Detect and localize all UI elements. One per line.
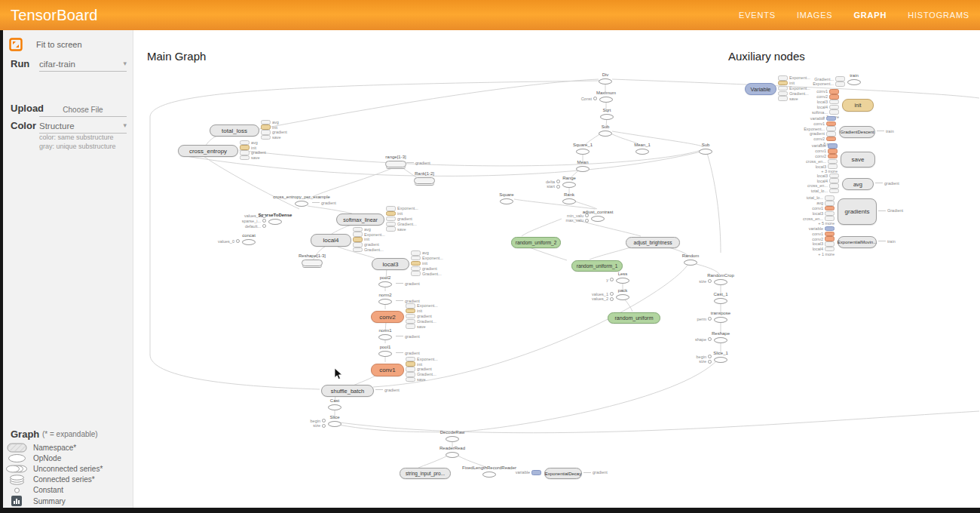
legend-item: Connected series* <box>0 475 133 485</box>
graph-node-random[interactable]: Random <box>649 253 732 266</box>
node-annotation: Exponent... <box>353 232 385 237</box>
legend-item-label: OpNode <box>33 454 61 462</box>
op-node-label: Mean <box>541 160 624 165</box>
unconnected-series-icon <box>0 464 33 474</box>
const-input: values_1 <box>588 291 614 296</box>
graph-node-mean[interactable]: Mean <box>541 160 624 172</box>
op-node-shape <box>328 421 341 427</box>
graph-node-conv2[interactable]: conv2 <box>371 311 404 323</box>
op-node-label: norm1 <box>344 328 427 333</box>
graph-canvas[interactable]: total_lossavginitgradientsavecross_entro… <box>0 0 980 513</box>
graph-node-square[interactable]: Square <box>465 192 548 204</box>
node-annotation: Exponent... <box>386 206 418 211</box>
graph-node-random-uniform-2[interactable]: random_uniform_2 <box>511 237 561 248</box>
op-node-label: Rank[1-2] <box>383 171 466 177</box>
node-annotation: local3 <box>798 210 835 216</box>
graph-node-rank-1-2[interactable]: Rank[1-2] <box>383 171 466 184</box>
graph-node-gradientdescent[interactable]: GradientDescent <box>839 126 875 138</box>
graph-node-softmax-linear[interactable]: softmax_linear <box>336 213 384 226</box>
graph-node-exponentialdecay[interactable]: ExponentialDecay <box>544 468 582 479</box>
tab-images[interactable]: IMAGES <box>797 11 833 20</box>
node-annotation: Gradient... <box>353 247 385 253</box>
op-node-shape <box>378 299 392 305</box>
node-annotation: avg <box>353 227 385 232</box>
const-input: perm <box>686 317 712 322</box>
graph-node-string-input-pro[interactable]: string_input_pro... <box>400 468 451 479</box>
main-graph-title: Main Graph <box>147 50 206 63</box>
node-annotation: variable <box>800 116 836 121</box>
graph-node-cast[interactable]: Cast <box>293 398 376 410</box>
node-output-label: train <box>878 239 896 244</box>
graph-node-save[interactable]: save <box>841 152 875 167</box>
tab-graph[interactable]: GRAPH <box>854 11 887 20</box>
tab-bar: EVENTSIMAGESGRAPHHISTOGRAMS <box>739 0 969 30</box>
node-annotation: local4 <box>803 104 839 109</box>
graph-node-readerread[interactable]: ReaderRead <box>411 446 494 458</box>
node-output-label: gradient <box>583 470 608 475</box>
graph-node-random-uniform-1[interactable]: random_uniform_1 <box>571 260 623 272</box>
graph-node-gradients[interactable]: gradients <box>838 198 877 225</box>
graph-node-shuffle-batch[interactable]: shuffle_batch <box>321 385 374 397</box>
node-annotation: local3 <box>798 241 835 247</box>
const-input: size <box>686 279 712 284</box>
node-annotation: gradient <box>411 266 443 271</box>
op-node-label: Less <box>581 272 664 277</box>
graph-node-random-uniform[interactable]: random_uniform <box>608 312 660 324</box>
graph-node-avg[interactable]: avg <box>842 178 874 190</box>
const-input: begin <box>300 418 326 423</box>
graph-node-decoderaw[interactable]: DecodeRaw <box>411 430 494 442</box>
const-input: values_1 <box>240 213 266 219</box>
node-annotation: Gradient... <box>809 76 845 81</box>
graph-node-div[interactable]: Div <box>564 72 647 84</box>
graph-node-cast-1[interactable]: Cast_1 <box>679 292 762 304</box>
node-annotation: Exponent... <box>800 126 836 131</box>
graph-node-local3[interactable]: local3 <box>372 258 409 270</box>
node-annotation: avg <box>798 201 835 206</box>
op-node-shape <box>599 131 612 137</box>
node-annotation: conv2 <box>801 154 838 159</box>
legend-item: Namespace* <box>0 442 133 453</box>
op-node-shape <box>446 452 459 458</box>
op-node-label: FixedLengthRecordReader <box>448 465 531 471</box>
tab-events[interactable]: EVENTS <box>739 11 776 20</box>
graph-node-exponentialmovin[interactable]: ExponentialMovin... <box>838 236 877 248</box>
graph-node-fixedlengthrecordreader[interactable]: FixedLengthRecordReader <box>448 465 531 478</box>
graph-node-adjust-brightness[interactable]: adjust_brightness <box>626 237 680 248</box>
node-annotation: local4 <box>803 178 839 183</box>
auxiliary-nodes-title: Auxiliary nodes <box>728 50 805 63</box>
graph-node-reshape-1-3[interactable]: Reshape[1-3] <box>271 253 354 266</box>
choose-file-button[interactable]: Choose File <box>39 103 127 117</box>
constant-icon <box>0 487 33 494</box>
node-annotation: conv1 <box>800 121 836 126</box>
color-select[interactable]: Structure ▾ <box>39 121 127 134</box>
node-annotation: conv1 <box>803 89 839 94</box>
graph-node-total-loss[interactable]: total_loss <box>210 124 259 137</box>
run-select[interactable]: cifar-train ▾ <box>39 60 127 72</box>
graph-node-conv1[interactable]: conv1 <box>371 364 404 376</box>
tab-histograms[interactable]: HISTOGRAMS <box>908 11 969 20</box>
node-annotation: gradient <box>800 131 836 137</box>
node-annotation: save <box>406 377 438 382</box>
graph-node-local4[interactable]: local4 <box>311 234 351 247</box>
legend-item-label: Constant <box>33 486 63 494</box>
node-annotation: Gradient... <box>406 372 438 377</box>
fit-to-screen-button[interactable]: Fit to screen <box>9 38 82 51</box>
graph-node-init[interactable]: init <box>842 99 874 112</box>
sidebar: Fit to screen Run cifar-train ▾ Upload C… <box>0 30 133 508</box>
graph-node-variable[interactable]: Variable <box>745 83 776 95</box>
op-node-label: Random <box>649 253 732 259</box>
node-output-label: gradient <box>396 351 420 356</box>
op-node-label: ReaderRead <box>411 446 494 451</box>
node-annotation: gradient <box>240 150 266 155</box>
node-annotation: local3 <box>801 164 838 169</box>
op-node-label: Sqrt <box>565 108 648 113</box>
graph-node-sub[interactable]: Sub <box>664 143 747 155</box>
node-annotation: gradient <box>353 242 385 247</box>
const-input: y <box>588 278 614 283</box>
node-annotation: cross_en... <box>798 216 835 221</box>
graph-node-cross-entropy[interactable]: cross_entropy <box>178 145 238 157</box>
graph-node-sub[interactable]: Sub <box>564 124 647 137</box>
legend-item: Unconnected series* <box>0 463 133 474</box>
node-annotation: init <box>406 361 438 367</box>
graph-node-sqrt[interactable]: Sqrt <box>565 108 648 120</box>
